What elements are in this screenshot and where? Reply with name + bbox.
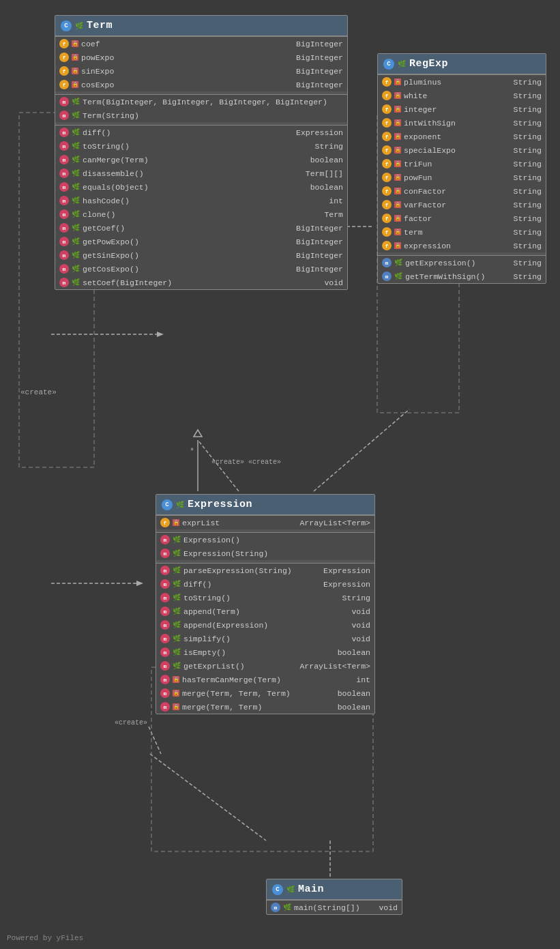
method-icon: m (160, 593, 170, 602)
term-fields-section: f 🔒 coef BigInteger f 🔒 powExpo BigInteg… (55, 36, 347, 91)
method-type: Term[][] (306, 169, 343, 178)
field-icon: f (382, 173, 392, 182)
regexp-methods-section: m 🌿 getExpression() String m 🌿 getTermWi… (378, 255, 546, 283)
field-name: triFun (404, 160, 511, 169)
tree-icon: 🌿 (173, 580, 181, 588)
tree-icon: 🌿 (72, 98, 80, 106)
method-icon: m (59, 196, 69, 205)
method-name: parseExpression(String) (183, 566, 321, 575)
method-type: boolean (338, 648, 370, 657)
method-name: getExprList() (183, 662, 297, 671)
method-type: String (315, 142, 343, 151)
method-name: setCoef(BigInteger) (83, 278, 321, 287)
field-name: exponent (404, 132, 511, 141)
constructor-name: Term(String) (83, 111, 343, 120)
svg-marker-7 (194, 430, 202, 437)
constructor-name: Expression() (183, 536, 370, 544)
table-row: m 🌿 main(String[]) void (267, 901, 402, 914)
lock-icon: 🔒 (173, 690, 179, 697)
field-type: String (514, 132, 542, 141)
lock-icon: 🔒 (173, 703, 179, 710)
method-type: String (342, 594, 370, 602)
field-icon: f (382, 104, 392, 114)
field-name: powExpo (81, 53, 293, 62)
method-icon: m (59, 237, 69, 246)
method-name: simplify() (183, 634, 349, 643)
main-class: C 🌿 Main m 🌿 main(String[]) void (266, 879, 402, 915)
table-row: m 🌿 getExprList() ArrayList<Term> (156, 659, 374, 673)
field-icon: f (382, 77, 392, 87)
svg-line-10 (198, 440, 239, 491)
table-row: m 🌿 parseExpression(String) Expression (156, 564, 374, 577)
method-name: diff() (183, 580, 321, 589)
regexp-class: C 🌿 RegExp f 🔒 pluminus String f 🔒 white… (377, 53, 546, 284)
method-type: Expression (296, 128, 343, 137)
field-name: term (404, 228, 511, 237)
tree-icon: 🌿 (394, 259, 402, 267)
method-icon: m (160, 675, 170, 684)
tree-icon: 🌿 (72, 251, 80, 259)
method-type: void (351, 634, 370, 643)
field-type: BigInteger (296, 67, 343, 76)
expression-class: C 🌿 Expression f 🔒 exprList ArrayList<Te… (156, 494, 375, 714)
method-name: toString() (83, 142, 312, 151)
method-name: equals(Object) (83, 183, 308, 192)
main-tree-icon: 🌿 (286, 885, 295, 894)
method-name: hasTermCanMerge(Term) (182, 675, 353, 684)
method-type: String (514, 259, 542, 267)
constructor-name: Term(BigInteger, BigInteger, BigInteger,… (83, 98, 343, 106)
method-icon: m (59, 278, 69, 287)
tree-icon: 🌿 (173, 621, 181, 629)
regexp-header: C 🌿 RegExp (378, 54, 546, 74)
table-row: f 🔒 white String (378, 89, 546, 102)
lock-icon: 🔒 (394, 174, 401, 181)
tree-icon: 🌿 (72, 111, 80, 119)
lock-icon: 🔒 (72, 68, 78, 74)
tree-icon: 🌿 (173, 566, 181, 574)
field-name: integer (404, 105, 511, 114)
table-row: f 🔒 intWithSign String (378, 116, 546, 130)
field-icon: f (382, 118, 392, 128)
tree-icon: 🌿 (72, 169, 80, 177)
table-row: m 🌿 getExpression() String (378, 256, 546, 269)
method-icon: m (59, 209, 69, 219)
method-name: main(String[]) (294, 903, 376, 912)
lock-icon: 🔒 (72, 40, 78, 47)
field-icon: f (59, 66, 69, 76)
tree-icon: 🌿 (72, 196, 80, 205)
tree-icon: 🌿 (173, 662, 181, 670)
method-icon: m (382, 258, 392, 267)
field-type: BigInteger (296, 81, 343, 89)
field-name: white (404, 91, 511, 100)
lock-icon: 🔒 (394, 229, 401, 235)
method-icon: m (59, 111, 69, 120)
tree-icon: 🌿 (72, 210, 80, 218)
svg-text:*: * (190, 447, 194, 456)
field-type: ArrayList<Term> (299, 519, 370, 527)
term-methods-section: m 🌿 diff() Expression m 🌿 toString() Str… (55, 125, 347, 289)
table-row: f 🔒 varFactor String (378, 198, 546, 211)
table-row: f 🔒 term String (378, 225, 546, 239)
method-type: void (379, 903, 398, 912)
tree-icon: 🌿 (72, 142, 80, 150)
method-icon: m (59, 250, 69, 260)
method-type: int (356, 675, 370, 684)
field-icon: f (382, 214, 392, 223)
method-icon: m (59, 155, 69, 164)
expression-title: Expression (188, 499, 252, 510)
method-type: Expression (323, 566, 370, 575)
table-row: f 🔒 triFun String (378, 157, 546, 171)
constructor-name: Expression(String) (183, 549, 370, 558)
lock-icon: 🔒 (394, 78, 401, 85)
field-name: pluminus (404, 78, 511, 87)
table-row: m 🌿 diff() Expression (55, 126, 347, 139)
tree-icon: 🌿 (173, 634, 181, 643)
method-type: boolean (310, 156, 343, 164)
field-name: exprList (182, 519, 297, 527)
field-type: String (514, 228, 542, 237)
method-name: getSinExpo() (83, 251, 293, 260)
lock-icon: 🔒 (394, 147, 401, 154)
tree-icon: 🌿 (72, 265, 80, 273)
lock-icon: 🔒 (394, 119, 401, 126)
method-icon: m (59, 264, 69, 274)
